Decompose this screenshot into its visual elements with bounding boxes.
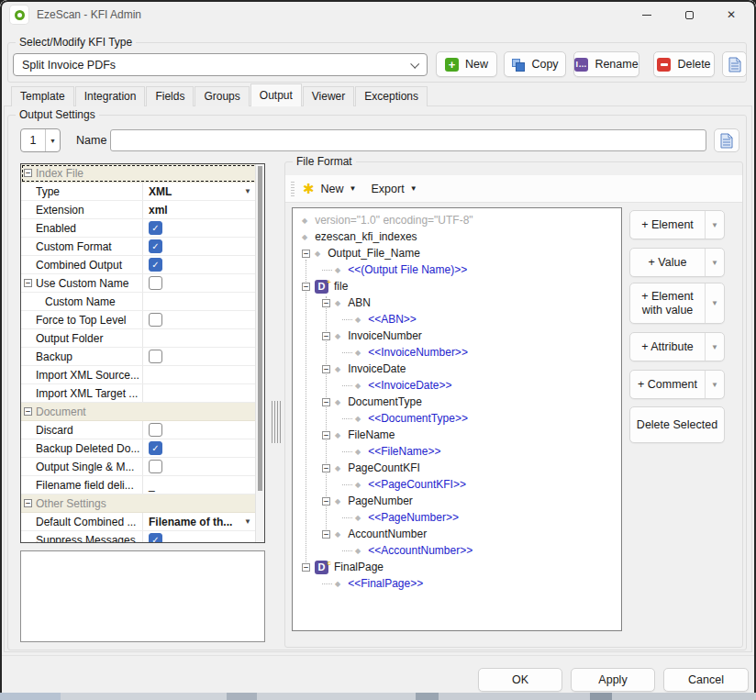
name-input[interactable]	[110, 129, 706, 151]
property-value[interactable]	[142, 366, 264, 383]
cancel-button[interactable]: Cancel	[663, 668, 749, 692]
kfi-type-combobox[interactable]: Split Invoice PDFs	[13, 53, 428, 76]
tree-node-accountnumber[interactable]: −◆AccountNumber	[293, 526, 621, 542]
add-element-button[interactable]: + Element ▼	[629, 210, 725, 239]
property-value[interactable]	[142, 311, 264, 328]
tree-node-abn[interactable]: ◆<<ABN>>	[293, 311, 621, 328]
property-value[interactable]	[142, 329, 264, 347]
property-row-extension[interactable]: Extensionxml	[21, 201, 264, 219]
checkbox[interactable]: ✓	[149, 239, 162, 253]
checkbox[interactable]	[149, 350, 162, 363]
property-row-backup[interactable]: Backup	[21, 348, 264, 366]
property-value[interactable]	[142, 421, 264, 439]
collapse-icon[interactable]: −	[24, 499, 32, 507]
property-value[interactable]: _	[142, 476, 264, 494]
tree-node-pagenumber[interactable]: ◆<<PageNumber>>	[293, 509, 621, 526]
property-row-filename-field-deli[interactable]: Filename field deli..._	[21, 476, 264, 494]
copy-kfi-button[interactable]: Copy	[504, 51, 566, 77]
toolbar-grip-handle[interactable]	[291, 182, 295, 196]
tree-node-filename[interactable]: ◆<<FileName>>	[293, 443, 621, 460]
checkbox[interactable]	[149, 460, 162, 473]
tree-node-pagecountkfi[interactable]: ◆<<PageCountKFI>>	[293, 476, 621, 493]
delete-selected-button[interactable]: Delete Selected	[629, 406, 725, 443]
property-row-backup-deleted-do[interactable]: Backup Deleted Do...✓	[21, 439, 264, 458]
apply-button[interactable]: Apply	[571, 668, 655, 692]
property-value[interactable]: ✓	[142, 238, 264, 255]
property-row-discard[interactable]: Discard	[21, 421, 264, 439]
property-section-index-file[interactable]: −Index File	[21, 164, 264, 183]
property-value[interactable]	[142, 293, 264, 310]
tab-groups[interactable]: Groups	[195, 86, 249, 106]
collapse-icon[interactable]: −	[302, 563, 310, 572]
property-value[interactable]: XML▼	[142, 183, 264, 200]
tree-node-ezescan-kfi-indexes[interactable]: ◆ezescan_kfi_indexes	[293, 228, 621, 245]
checkbox[interactable]	[149, 276, 162, 290]
property-row-suppress-messages[interactable]: Suppress Messages✓	[21, 531, 264, 543]
property-value[interactable]	[142, 458, 264, 475]
collapse-icon[interactable]: −	[322, 431, 330, 439]
property-section-document[interactable]: −Document	[21, 403, 264, 421]
add-comment-button[interactable]: + Comment ▼	[629, 370, 725, 399]
property-section-other-settings[interactable]: −Other Settings	[21, 494, 264, 513]
dropdown-arrow-icon[interactable]: ▼	[244, 187, 251, 195]
collapse-icon[interactable]: −	[322, 530, 330, 539]
tree-node-documenttype[interactable]: −◆DocumentType	[293, 394, 621, 410]
property-value[interactable]	[142, 384, 264, 402]
tree-node-invoicenumber[interactable]: ◆<<InvoiceNumber>>	[293, 344, 621, 361]
dropdown-arrow-icon[interactable]: ▼	[705, 283, 724, 323]
collapse-icon[interactable]: −	[302, 283, 310, 291]
property-value[interactable]: ✓	[142, 531, 264, 543]
toolbar-new-menu[interactable]: New ▼	[321, 183, 357, 195]
delete-kfi-button[interactable]: Delete	[653, 51, 715, 77]
minimize-button[interactable]	[626, 0, 668, 29]
property-grid-scrollbar[interactable]	[255, 164, 264, 542]
collapse-icon[interactable]: −	[322, 299, 330, 307]
tree-node-finalpage[interactable]: ◆<<FinalPage>>	[293, 575, 621, 592]
view-kfi-file-button[interactable]	[722, 51, 747, 77]
property-row-import-xml-source[interactable]: Import XML Source...	[21, 366, 264, 384]
tree-node-abn[interactable]: −◆ABN	[293, 294, 621, 311]
tree-node-invoicedate[interactable]: −◆InvoiceDate	[293, 361, 621, 377]
property-row-default-combined[interactable]: Default Combined ...Filename of th...▼	[21, 513, 264, 531]
property-grid[interactable]: −Index FileTypeXML▼ExtensionxmlEnabled✓C…	[20, 163, 265, 543]
property-value[interactable]: xml	[142, 201, 264, 218]
toolbar-export-menu[interactable]: Export ▼	[372, 183, 417, 195]
add-attribute-button[interactable]: + Attribute ▼	[629, 332, 725, 361]
property-row-custom-name[interactable]: Custom Name	[21, 293, 264, 311]
tab-output[interactable]: Output	[250, 83, 302, 106]
collapse-icon[interactable]: −	[322, 332, 330, 340]
checkbox[interactable]: ✓	[149, 221, 162, 235]
tree-node-file[interactable]: −D+file	[293, 278, 621, 294]
tree-node-finalpage[interactable]: −DcFinalPage	[293, 559, 621, 575]
ok-button[interactable]: OK	[478, 668, 562, 692]
checkbox[interactable]: ✓	[149, 533, 162, 543]
dropdown-arrow-icon[interactable]: ▼	[244, 517, 251, 526]
close-button[interactable]: ✕	[710, 0, 752, 29]
tree-node-invoicedate[interactable]: ◆<<InvoiceDate>>	[293, 377, 621, 394]
property-row-enabled[interactable]: Enabled✓	[21, 219, 264, 238]
collapse-icon[interactable]: −	[24, 279, 32, 287]
tree-node-version-1-0-encoding-utf-8[interactable]: ◆version="1.0" encoding="UTF-8"	[293, 212, 621, 228]
tree-node-pagecountkfi[interactable]: −◆PageCountKFI	[293, 460, 621, 476]
panel-splitter-handle[interactable]	[272, 401, 283, 443]
tab-viewer[interactable]: Viewer	[303, 86, 354, 106]
collapse-icon[interactable]: −	[322, 398, 330, 406]
property-value[interactable]: Filename of th...▼	[142, 513, 264, 530]
tree-node-filename[interactable]: −◆FileName	[293, 427, 621, 443]
checkbox[interactable]	[149, 423, 162, 437]
xml-format-tree[interactable]: ◆version="1.0" encoding="UTF-8"◆ezescan_…	[292, 207, 622, 631]
tree-node-output-file-name[interactable]: ◆<<(Output File Name)>>	[293, 261, 621, 278]
property-row-output-single-m[interactable]: Output Single & M...	[21, 458, 264, 476]
tab-template[interactable]: Template	[11, 86, 74, 106]
property-row-custom-format[interactable]: Custom Format✓	[21, 238, 264, 256]
output-index-dropdown[interactable]: 1 ▼	[20, 128, 61, 152]
tab-exceptions[interactable]: Exceptions	[355, 86, 428, 106]
tree-node-output-file-name[interactable]: −◆Output_File_Name	[293, 245, 621, 261]
property-row-output-folder[interactable]: Output Folder	[21, 329, 264, 348]
property-row-use-custom-name[interactable]: −Use Custom Name	[21, 274, 264, 293]
add-value-button[interactable]: + Value ▼	[629, 248, 725, 277]
maximize-button[interactable]	[668, 0, 710, 29]
tree-node-invoicenumber[interactable]: −◆InvoiceNumber	[293, 328, 621, 344]
tree-node-pagenumber[interactable]: −◆PageNumber	[293, 493, 621, 509]
tab-fields[interactable]: Fields	[146, 86, 194, 106]
